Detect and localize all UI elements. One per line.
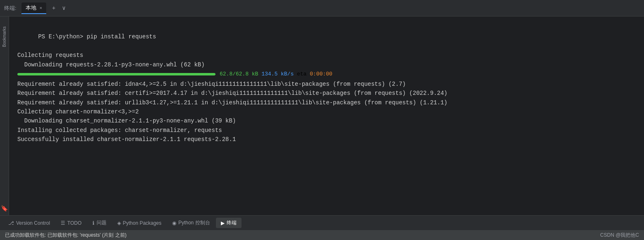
todo-icon: ☰	[61, 220, 65, 226]
python-console-label: Python 控制台	[178, 219, 210, 226]
main-area: 结构 Bookmarks 🔖 PS E:\python> pip install…	[0, 16, 644, 215]
problems-label: 问题	[97, 219, 107, 226]
progress-track	[17, 73, 215, 75]
tab-bar-label: 终端:	[4, 5, 19, 12]
tab-bar: 终端: 本地 × + ∨	[0, 0, 644, 16]
tab-local-label: 本地	[26, 4, 36, 12]
status-left: 已成功卸载软件包: 已卸载软件包: 'requests' (片刻 之前)	[5, 232, 127, 239]
progress-stats: 62.8/62.8 kB 134.5 kB/s eta 0:00:00	[220, 70, 332, 79]
terminal-label: 终端	[227, 219, 237, 226]
tab-close-icon[interactable]: ×	[40, 5, 42, 10]
sidebar-structure-label[interactable]: 结构	[2, 16, 7, 23]
terminal-line-5: Requirement already satisfied: certifi>=…	[17, 89, 636, 98]
tab-todo[interactable]: ☰ TODO	[56, 219, 86, 228]
tab-terminal[interactable]: ▶ 终端	[216, 218, 242, 228]
progress-bar-line: 62.8/62.8 kB 134.5 kB/s eta 0:00:00	[17, 70, 636, 79]
terminal-line-4: Requirement already satisfied: idna<4,>=…	[17, 80, 636, 89]
progress-amount: 62.8/62.8 kB	[220, 71, 258, 77]
terminal-line-6: Requirement already satisfied: urllib3<1…	[17, 98, 636, 107]
add-tab-button[interactable]: +	[50, 4, 57, 12]
progress-fill	[17, 73, 215, 75]
dropdown-button[interactable]: ∨	[60, 4, 67, 12]
terminal-line-9: Installing collected packages: charset-n…	[17, 126, 636, 135]
python-console-icon: ◉	[172, 220, 176, 226]
progress-eta-label: eta	[297, 71, 310, 77]
tab-python-console[interactable]: ◉ Python 控制台	[167, 218, 215, 228]
status-right: CSDN @我把他C	[600, 232, 639, 239]
sidebar-bookmarks-label[interactable]: Bookmarks	[2, 23, 7, 50]
version-control-label: Version Control	[16, 220, 50, 226]
problems-icon: ℹ	[92, 220, 95, 226]
tab-version-control[interactable]: ⎇ Version Control	[3, 219, 55, 228]
prompt-text: PS E:\python>	[38, 33, 87, 40]
terminal-line-10: Successfully installed charset-normalize…	[17, 135, 636, 144]
terminal-line-7: Collecting charset-normalizer<3,>=2	[17, 107, 636, 116]
todo-label: TODO	[67, 220, 81, 226]
progress-eta-value: 0:00:00	[310, 71, 332, 77]
status-bar: 已成功卸载软件包: 已卸载软件包: 'requests' (片刻 之前) CSD…	[0, 230, 644, 240]
tab-problems[interactable]: ℹ 问题	[88, 218, 111, 228]
progress-speed: 134.5 kB/s	[261, 71, 294, 77]
bottom-bar: ⎇ Version Control ☰ TODO ℹ 问题 ◈ Python P…	[0, 215, 644, 230]
version-control-icon: ⎇	[8, 220, 14, 226]
terminal-icon: ▶	[221, 220, 225, 226]
tab-local[interactable]: 本地 ×	[21, 2, 46, 14]
python-packages-icon: ◈	[117, 220, 121, 226]
terminal-content[interactable]: PS E:\python> pip install requests Colle…	[9, 16, 644, 215]
tab-python-packages[interactable]: ◈ Python Packages	[112, 219, 166, 228]
bookmark-icon: 🔖	[1, 205, 8, 212]
terminal-line-1: Collecting requests	[17, 51, 636, 60]
python-packages-label: Python Packages	[123, 220, 161, 226]
tab-actions: + ∨	[50, 4, 67, 12]
terminal-line-2: Downloading requests-2.28.1-py3-none-any…	[17, 60, 636, 69]
command-rest: install requests	[97, 33, 156, 40]
terminal-prompt-line: PS E:\python> pip install requests	[17, 23, 636, 51]
terminal-line-8: Downloading charset_normalizer-2.1.1-py3…	[17, 116, 636, 125]
left-sidebar: 结构 Bookmarks 🔖	[0, 16, 9, 215]
command-keyword: pip	[87, 33, 97, 40]
